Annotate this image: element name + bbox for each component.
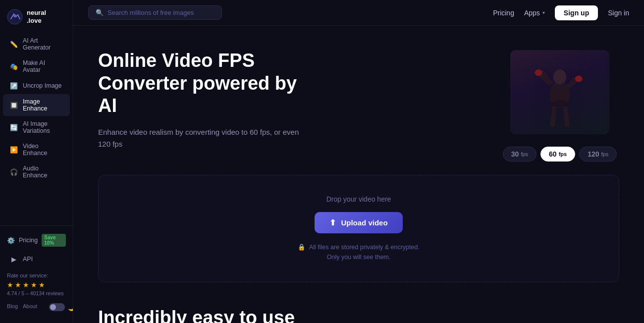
sidebar-item-uncrop-image[interactable]: ↗️ Uncrop Image <box>3 78 70 94</box>
drop-text: Drop your video here <box>108 195 609 203</box>
apps-dropdown[interactable]: Apps ▾ <box>524 9 545 17</box>
svg-point-6 <box>551 100 568 108</box>
pricing-nav-link[interactable]: Pricing <box>493 9 514 17</box>
sidebar-item-audio-enhance[interactable]: 🎧 Audio Enhance <box>3 161 70 183</box>
fps-badge-30[interactable]: 30fps <box>503 147 537 162</box>
sign-in-button[interactable]: Sign in <box>608 9 629 17</box>
apps-label: Apps <box>524 9 540 17</box>
api-icon: ▶ <box>10 255 18 263</box>
header-nav: Pricing Apps ▾ Sign up Sign in <box>493 5 629 20</box>
star-3: ★ <box>23 281 29 289</box>
svg-point-4 <box>535 70 542 76</box>
privacy-line1: All files are stored privately & encrypt… <box>309 244 420 251</box>
video-enhance-icon: ▶️ <box>10 146 18 154</box>
fps-value: 120 <box>588 150 599 158</box>
api-label: API <box>23 256 33 263</box>
audio-enhance-icon: 🎧 <box>10 168 18 176</box>
fps-label: fps <box>559 151 567 157</box>
rating-section: Rate our service: ★ ★ ★ ★ ★ 4.74 / 5 – 4… <box>0 268 73 299</box>
make-ai-avatar-label: Make AI Avatar <box>23 59 63 73</box>
fps-badge-120[interactable]: 120fps <box>579 147 617 162</box>
video-preview <box>510 50 609 134</box>
fps-label: fps <box>601 151 609 157</box>
sidebar-bottom: ⚙️ Pricing Save 10% ▶ API <box>0 225 73 268</box>
logo-text: neural.love <box>27 9 46 24</box>
ai-art-generator-label: AI Art Generator <box>23 37 63 51</box>
search-bar[interactable]: 🔍 <box>88 5 222 20</box>
fps-label: fps <box>521 151 528 157</box>
hero-subtitle: Enhance video realism by converting vide… <box>98 126 306 150</box>
upload-button[interactable]: ⬆ Upload video <box>315 212 402 233</box>
chevron-down-icon: ▾ <box>542 10 545 15</box>
toggle-knob <box>50 304 56 310</box>
make-ai-avatar-icon: 🎭 <box>10 62 18 70</box>
sidebar-item-make-ai-avatar[interactable]: 🎭 Make AI Avatar <box>3 55 70 77</box>
uncrop-image-icon: ↗️ <box>10 82 18 90</box>
rating-value: 4.74 / 5 – 40134 reviews <box>7 290 66 296</box>
hero-title: Online Video FPS Converter powered by AI <box>98 50 306 117</box>
svg-point-5 <box>575 76 583 82</box>
hero-section: Online Video FPS Converter powered by AI… <box>73 26 644 165</box>
lock-icon: 🔒 <box>298 244 306 251</box>
fps-options: 30fps60fps120fps <box>490 147 629 162</box>
search-input[interactable] <box>107 9 215 16</box>
star-1: ★ <box>7 281 13 289</box>
fps-value: 60 <box>549 150 557 158</box>
bottom-links: Blog About 🌙 <box>0 299 73 318</box>
video-enhance-label: Video Enhance <box>23 143 63 157</box>
sidebar-item-image-enhance[interactable]: 🔲 Image Enhance <box>3 94 70 116</box>
uncrop-image-label: Uncrop Image <box>23 82 62 89</box>
rating-label: Rate our service: <box>7 272 66 278</box>
sidebar-item-video-enhance[interactable]: ▶️ Video Enhance <box>3 139 70 161</box>
upload-drop-zone[interactable]: Drop your video here ⬆ Upload video 🔒 Al… <box>98 175 619 282</box>
svg-point-1 <box>13 14 16 17</box>
blog-link[interactable]: Blog <box>7 303 18 314</box>
header: 🔍 Pricing Apps ▾ Sign up Sign in <box>73 0 644 26</box>
pricing-label: Pricing <box>19 237 38 244</box>
star-4: ★ <box>31 281 37 289</box>
stars: ★ ★ ★ ★ ★ <box>7 281 66 289</box>
pricing-icon: ⚙️ <box>7 236 15 244</box>
upload-icon: ⬆ <box>329 218 336 227</box>
ai-art-generator-icon: ✏️ <box>10 40 18 48</box>
sidebar-item-pricing[interactable]: ⚙️ Pricing Save 10% <box>0 230 73 251</box>
main-content: 🔍 Pricing Apps ▾ Sign up Sign in Online … <box>73 0 644 323</box>
sidebar-item-api[interactable]: ▶ API <box>3 251 70 267</box>
save-badge: Save 10% <box>42 234 66 247</box>
theme-toggle[interactable]: 🌙 <box>42 303 73 314</box>
star-2: ★ <box>15 281 21 289</box>
svg-point-3 <box>553 70 566 85</box>
privacy-text: 🔒 All files are stored privately & encry… <box>108 242 609 262</box>
sign-up-button[interactable]: Sign up <box>555 5 598 20</box>
upload-section: Drop your video here ⬆ Upload video 🔒 Al… <box>73 165 644 297</box>
bottom-section: Incredibly easy to use Do you need to ex… <box>73 297 644 323</box>
dark-mode-toggle[interactable] <box>49 303 65 311</box>
image-enhance-icon: 🔲 <box>10 101 18 109</box>
audio-enhance-label: Audio Enhance <box>23 165 63 179</box>
about-link[interactable]: About <box>23 303 37 314</box>
upload-button-label: Upload video <box>341 218 387 227</box>
search-icon: 🔍 <box>96 9 104 16</box>
boxer-image <box>510 50 609 134</box>
sidebar-item-ai-image-variations[interactable]: 🔄 AI Image Variations <box>3 116 70 138</box>
hero-image-area: 30fps60fps120fps <box>500 50 619 149</box>
sidebar-item-ai-art-generator[interactable]: ✏️ AI Art Generator <box>3 33 70 55</box>
sidebar: neural.love ✏️ AI Art Generator 🎭 Make A… <box>0 0 73 323</box>
fps-badge-60[interactable]: 60fps <box>540 147 575 162</box>
privacy-line2: Only you will see them. <box>327 254 391 261</box>
ai-image-variations-icon: 🔄 <box>10 123 18 131</box>
section-title: Incredibly easy to use <box>98 307 619 323</box>
star-5: ★ <box>39 281 45 289</box>
ai-image-variations-label: AI Image Variations <box>23 120 63 134</box>
fps-value: 30 <box>511 150 519 158</box>
image-enhance-label: Image Enhance <box>23 98 63 112</box>
logo[interactable]: neural.love <box>0 5 73 33</box>
hero-content: Online Video FPS Converter powered by AI… <box>98 50 306 150</box>
